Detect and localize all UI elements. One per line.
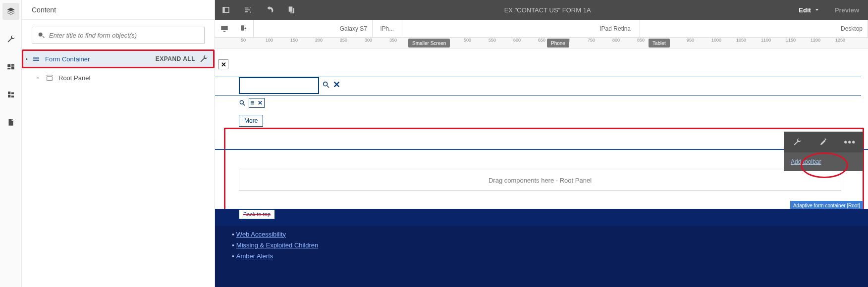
layers-icon[interactable] (2, 3, 19, 20)
device-breakpoint-bar: Galaxy S7 iPh... iPad Retina Desktop (215, 20, 868, 38)
expand-all-button[interactable]: EXPAND ALL (156, 55, 195, 62)
breakpoint-chip[interactable]: Phone (547, 39, 569, 48)
clear-icon[interactable]: ✕ (333, 79, 340, 90)
back-to-top-button[interactable]: Back to top (239, 209, 275, 219)
form-container-icon (30, 55, 42, 63)
svg-line-3 (243, 104, 245, 106)
left-rail (0, 0, 22, 287)
breakpoint-ipad-retina[interactable]: iPad Retina (402, 20, 640, 37)
content-search[interactable] (32, 27, 205, 44)
form-search-field[interactable] (239, 77, 319, 94)
desktop-device-icon[interactable] (215, 20, 234, 37)
svg-point-2 (240, 100, 243, 104)
breakpoint-galaxy-s7[interactable]: Galaxy S7 (254, 20, 373, 37)
panel-row-icon[interactable]: ✕ (249, 98, 265, 108)
list-item: ●Web Accessibility (232, 229, 868, 239)
breakpoint-iphone[interactable]: iPh... (373, 20, 402, 37)
content-tree: • Form Container EXPAND ALL ○ Root Panel (22, 48, 215, 89)
more-button[interactable]: More (239, 115, 263, 127)
page-title: EX "CONTACT US" FORM 1A (302, 6, 793, 14)
footer-link[interactable]: Missing & Exploited Children (236, 241, 318, 249)
search-icon (37, 31, 45, 39)
chevron-down-icon (814, 7, 820, 13)
side-panel-toggle-icon[interactable] (215, 0, 237, 20)
root-panel-drop-zone[interactable]: Drag components here - Root Panel (239, 170, 841, 191)
list-item: ●Amber Alerts (232, 250, 868, 261)
data-sources-icon[interactable] (2, 114, 19, 131)
page-settings-icon[interactable] (237, 0, 259, 20)
tree-item-form-container[interactable]: • Form Container EXPAND ALL (22, 49, 215, 68)
component-floating-toolbar: ••• Add toolbar (784, 132, 863, 171)
form-search-actions: ✕ (322, 79, 340, 90)
configure-icon[interactable] (199, 54, 208, 63)
search-input[interactable] (49, 32, 199, 39)
close-overlay-button[interactable]: ✕ (218, 59, 228, 69)
assets-icon[interactable] (2, 58, 19, 75)
footer-link-list: ●Web Accessibility ●Missing & Exploited … (215, 226, 868, 287)
rotate-device-icon[interactable] (234, 20, 254, 37)
mode-edit-dropdown[interactable]: Edit (793, 6, 826, 14)
configure-icon[interactable] (784, 132, 810, 152)
edit-rules-icon[interactable] (810, 132, 836, 152)
wrench-icon[interactable] (2, 31, 19, 48)
tree-item-root-panel[interactable]: ○ Root Panel (22, 68, 215, 87)
ruler: 5010015020025030035040045050055060065070… (215, 38, 868, 48)
footer-link[interactable]: Web Accessibility (236, 231, 286, 238)
emulator-icon[interactable] (280, 0, 302, 20)
breakpoint-desktop[interactable]: Desktop (640, 20, 868, 37)
search-icon[interactable] (239, 99, 246, 106)
page-footer-strip (215, 209, 868, 226)
add-toolbar-link[interactable]: Add toolbar (791, 158, 821, 165)
content-panel: Content • Form Container EXPAND ALL ○ Ro… (22, 0, 215, 287)
svg-line-1 (327, 86, 329, 88)
breakpoint-chip[interactable]: Smaller Screen (408, 39, 450, 48)
selection-guide (215, 95, 861, 96)
preview-button[interactable]: Preview (826, 6, 868, 14)
form-sub-controls: ✕ (239, 98, 265, 108)
content-panel-title: Content (22, 0, 215, 20)
list-item: ●Missing & Exploited Children (232, 239, 868, 250)
footer-link[interactable]: Amber Alerts (236, 252, 273, 260)
search-icon[interactable] (322, 81, 330, 89)
selection-guide (215, 149, 868, 150)
more-actions-icon[interactable]: ••• (837, 132, 863, 152)
svg-point-0 (324, 82, 327, 86)
components-icon[interactable] (2, 86, 19, 103)
editor-top-bar: EX "CONTACT US" FORM 1A Edit Preview (215, 0, 868, 20)
editor-canvas: ✕ ✕ ✕ More Drag components here - Root P… (215, 48, 868, 287)
undo-icon[interactable] (259, 0, 280, 20)
breakpoint-chip[interactable]: Tablet (649, 39, 670, 48)
panel-icon (44, 74, 55, 82)
